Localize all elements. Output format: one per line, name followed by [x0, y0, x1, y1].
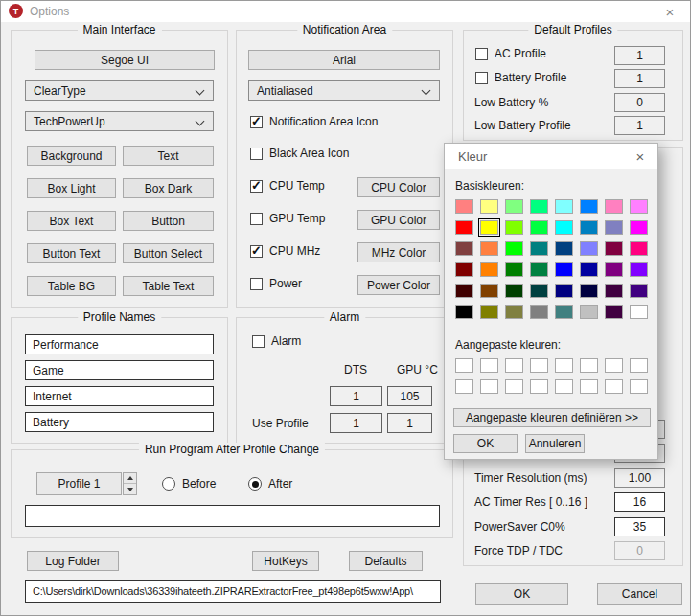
basic-color-swatch[interactable] — [505, 199, 523, 214]
basic-color-swatch[interactable] — [505, 241, 523, 256]
ac-profile-input[interactable]: 1 — [614, 46, 665, 65]
alarm-dts-input[interactable]: 1 — [330, 386, 382, 406]
button-color-button[interactable]: Button — [123, 211, 214, 231]
basic-color-swatch[interactable] — [455, 284, 473, 298]
basic-color-swatch[interactable] — [605, 305, 623, 319]
custom-color-swatch[interactable] — [630, 379, 648, 394]
box-light-color-button[interactable]: Box Light — [27, 178, 116, 198]
button-text-color-button[interactable]: Button Text — [27, 243, 116, 263]
cpu-temp-checkbox[interactable] — [250, 180, 263, 193]
custom-color-swatch[interactable] — [455, 379, 473, 394]
profile-2-name-input[interactable]: Game — [25, 360, 214, 380]
basic-color-swatch[interactable] — [480, 241, 498, 256]
basic-color-swatch[interactable] — [580, 220, 598, 235]
color-ok-button[interactable]: OK — [453, 434, 518, 453]
defaults-button[interactable]: Defaults — [349, 551, 423, 571]
ac-timer-res-input[interactable]: 16 — [614, 492, 665, 512]
basic-color-swatch[interactable] — [505, 284, 523, 298]
custom-color-swatch[interactable] — [580, 358, 598, 373]
spinner-up-icon[interactable] — [124, 473, 136, 484]
button-select-color-button[interactable]: Button Select — [123, 243, 214, 263]
custom-color-swatch[interactable] — [455, 358, 473, 373]
box-text-color-button[interactable]: Box Text — [27, 211, 116, 231]
powersaver-input[interactable]: 35 — [614, 517, 665, 536]
basic-color-swatch-selected[interactable] — [480, 220, 498, 235]
basic-color-swatch[interactable] — [530, 262, 548, 277]
basic-color-swatch[interactable] — [480, 262, 498, 277]
battery-profile-input[interactable]: 1 — [614, 69, 665, 88]
text-color-button[interactable]: Text — [123, 146, 214, 166]
basic-color-swatch[interactable] — [630, 284, 648, 298]
basic-color-swatch[interactable] — [555, 284, 573, 298]
basic-color-swatch[interactable] — [580, 199, 598, 214]
basic-color-swatch[interactable] — [630, 220, 648, 235]
basic-color-swatch[interactable] — [480, 305, 498, 319]
hotkeys-button[interactable]: HotKeys — [252, 551, 319, 571]
custom-color-swatch[interactable] — [530, 358, 548, 373]
run-profile-spinner[interactable] — [123, 472, 137, 495]
log-folder-button[interactable]: Log Folder — [27, 551, 119, 571]
basic-color-swatch[interactable] — [530, 220, 548, 235]
basic-color-swatch[interactable] — [530, 199, 548, 214]
basic-color-swatch[interactable] — [530, 284, 548, 298]
run-profile-selector[interactable]: Profile 1 — [36, 472, 122, 495]
background-color-button[interactable]: Background — [27, 146, 116, 166]
basic-color-swatch[interactable] — [530, 241, 548, 256]
profile-3-name-input[interactable]: Internet — [25, 386, 214, 406]
ac-profile-checkbox[interactable] — [475, 48, 488, 60]
basic-color-swatch[interactable] — [455, 305, 473, 319]
theme-dropdown[interactable]: TechPowerUp — [25, 111, 214, 131]
basic-color-swatch[interactable] — [630, 241, 648, 256]
use-profile-gpu-input[interactable]: 1 — [387, 413, 432, 433]
table-text-color-button[interactable]: Table Text — [123, 276, 214, 296]
alarm-checkbox[interactable] — [252, 335, 265, 348]
basic-color-swatch[interactable] — [605, 241, 623, 256]
font-picker-button[interactable]: Segoe UI — [35, 50, 215, 70]
mhz-color-button[interactable]: MHz Color — [357, 242, 440, 262]
close-icon[interactable]: × — [657, 2, 682, 21]
power-color-button[interactable]: Power Color — [357, 275, 440, 295]
basic-color-swatch[interactable] — [455, 220, 473, 235]
basic-color-swatch[interactable] — [455, 241, 473, 256]
notification-font-button[interactable]: Arial — [248, 50, 440, 70]
after-radio[interactable] — [248, 477, 262, 491]
basic-color-swatch[interactable] — [480, 199, 498, 214]
basic-color-swatch[interactable] — [555, 220, 573, 235]
notification-area-icon-checkbox[interactable] — [250, 116, 263, 128]
profile-4-name-input[interactable]: Battery — [25, 412, 214, 432]
ok-button[interactable]: OK — [475, 583, 568, 605]
cpu-color-button[interactable]: CPU Color — [357, 177, 440, 197]
custom-color-swatch[interactable] — [555, 379, 573, 394]
basic-color-swatch[interactable] — [605, 220, 623, 235]
basic-color-swatch[interactable] — [455, 262, 473, 277]
basic-color-swatch[interactable] — [555, 262, 573, 277]
power-checkbox[interactable] — [250, 278, 263, 290]
custom-color-swatch[interactable] — [505, 379, 523, 394]
basic-color-swatch[interactable] — [555, 199, 573, 214]
basic-color-swatch[interactable] — [605, 199, 623, 214]
basic-color-swatch[interactable] — [630, 305, 648, 319]
alarm-gpu-input[interactable]: 105 — [387, 386, 432, 406]
color-dialog-close-icon[interactable]: × — [629, 146, 652, 167]
font-rendering-dropdown[interactable]: ClearType — [25, 80, 214, 101]
basic-color-swatch[interactable] — [630, 262, 648, 277]
cancel-button[interactable]: Cancel — [597, 583, 682, 605]
basic-color-swatch[interactable] — [580, 262, 598, 277]
smoothing-dropdown[interactable]: Antialiased — [248, 80, 440, 101]
basic-color-swatch[interactable] — [530, 305, 548, 319]
cpu-mhz-checkbox[interactable] — [250, 245, 263, 258]
custom-color-swatch[interactable] — [630, 358, 648, 373]
custom-color-swatch[interactable] — [580, 379, 598, 394]
basic-color-swatch[interactable] — [580, 305, 598, 319]
basic-color-swatch[interactable] — [580, 284, 598, 298]
custom-color-swatch[interactable] — [505, 358, 523, 373]
gpu-color-button[interactable]: GPU Color — [357, 210, 440, 230]
gpu-temp-checkbox[interactable] — [250, 213, 263, 225]
custom-color-swatch[interactable] — [530, 379, 548, 394]
custom-color-swatch[interactable] — [605, 358, 623, 373]
low-battery-input[interactable]: 0 — [614, 93, 665, 112]
low-battery-profile-input[interactable]: 1 — [614, 116, 665, 135]
define-custom-colors-button[interactable]: Aangepaste kleuren definiëren >> — [453, 408, 651, 427]
basic-color-swatch[interactable] — [555, 241, 573, 256]
custom-color-swatch[interactable] — [555, 358, 573, 373]
